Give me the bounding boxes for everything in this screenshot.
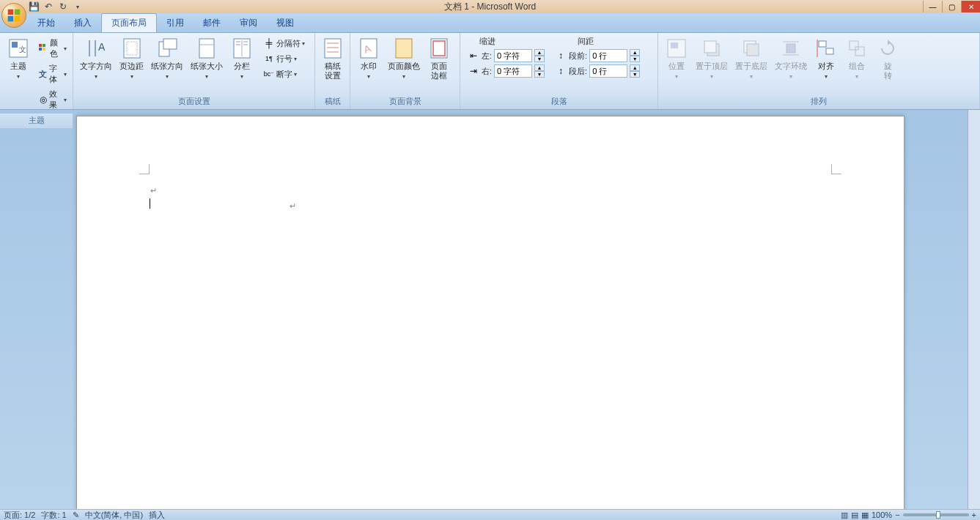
svg-text:A: A — [98, 41, 106, 53]
columns-button[interactable]: 分栏▾ — [226, 34, 257, 83]
bring-front-label: 置于顶层 — [696, 62, 728, 70]
page-borders-button[interactable]: 页面 边框 — [424, 34, 454, 83]
office-button[interactable] — [1, 3, 26, 28]
indent-header: 缩进 — [479, 36, 495, 47]
svg-rect-5 — [12, 42, 18, 48]
align-button[interactable]: 对齐▾ — [811, 34, 841, 83]
space-after-up[interactable]: ▲ — [630, 64, 640, 71]
hyphen-icon: bc⁻ — [263, 68, 275, 80]
close-button[interactable]: ✕ — [961, 1, 980, 12]
page-color-button[interactable]: 页面颜色▾ — [384, 34, 424, 83]
minimize-button[interactable]: — — [923, 1, 942, 12]
tab-page-layout[interactable]: 页面布局 — [101, 13, 157, 32]
tab-insert[interactable]: 插入 — [65, 14, 101, 32]
breaks-button[interactable]: ╪ 分隔符 ▾ — [260, 36, 308, 51]
bring-front-button[interactable]: 置于顶层▾ — [692, 34, 732, 83]
svg-rect-10 — [43, 48, 45, 51]
send-back-label: 置于底层 — [735, 62, 767, 70]
margins-button[interactable]: 页边距▾ — [116, 34, 147, 83]
svg-rect-36 — [671, 42, 678, 48]
theme-effects-button[interactable]: ◎ 效果 ▾ — [35, 87, 70, 112]
page-size-icon — [197, 37, 216, 59]
save-icon[interactable]: 💾 — [28, 1, 40, 12]
chevron-down-icon: ▾ — [710, 73, 713, 80]
view-print-layout-icon[interactable]: ▥ — [841, 510, 848, 520]
undo-icon[interactable]: ↶ — [43, 1, 54, 12]
text-direction-button[interactable]: A 文字方向▾ — [76, 34, 116, 83]
chevron-down-icon: ▾ — [367, 73, 370, 80]
colors-icon — [38, 42, 48, 54]
status-language[interactable]: 中文(简体, 中国) — [85, 510, 143, 521]
text-direction-icon: A — [85, 37, 107, 59]
group-page-background: A 水印▾ 页面颜色▾ 页面 边框 页面背景 — [350, 33, 460, 109]
indent-right-input[interactable] — [494, 64, 532, 78]
watermark-button[interactable]: A 水印▾ — [353, 34, 384, 83]
document-area[interactable]: ↵ ↵ — [0, 110, 980, 509]
text-wrap-button[interactable]: 文字环绕▾ — [771, 34, 811, 83]
tab-review[interactable]: 审阅 — [230, 14, 267, 32]
view-reading-icon[interactable]: ▤ — [851, 510, 858, 520]
svg-rect-17 — [163, 39, 177, 49]
status-words[interactable]: 字数: 1 — [41, 510, 66, 521]
group-arrange: 位置▾ 置于顶层▾ 置于底层▾ 文字环绕▾ 对齐▾ 组合▾ — [658, 33, 980, 109]
indent-right-icon: ⇥ — [468, 65, 479, 77]
indent-left-down[interactable]: ▼ — [534, 56, 545, 62]
indent-left-up[interactable]: ▲ — [534, 49, 545, 56]
themes-button[interactable]: 文 主题▾ — [3, 34, 34, 83]
chevron-down-icon: ▾ — [95, 73, 97, 80]
linenum-label: 行号 — [276, 53, 292, 64]
indent-left-input[interactable] — [494, 49, 532, 62]
columns-label: 分栏 — [234, 62, 250, 70]
maximize-button[interactable]: ▢ — [942, 1, 961, 12]
line-numbers-button[interactable]: 1¶ 行号 ▾ — [260, 51, 308, 66]
status-spellcheck-icon[interactable]: ✎ — [73, 510, 79, 520]
tab-view[interactable]: 视图 — [267, 14, 303, 32]
space-after-down[interactable]: ▼ — [630, 71, 640, 78]
margin-guide-tl — [139, 164, 150, 174]
tab-references[interactable]: 引用 — [157, 14, 194, 32]
ribbon-tabs: 开始 插入 页面布局 引用 邮件 审阅 视图 — [0, 13, 980, 33]
vertical-scrollbar[interactable] — [968, 110, 980, 509]
status-page[interactable]: 页面: 1/2 — [4, 510, 35, 521]
space-before-down[interactable]: ▼ — [630, 56, 640, 62]
space-before-up[interactable]: ▲ — [630, 49, 640, 56]
svg-rect-7 — [39, 44, 42, 47]
svg-rect-2 — [8, 16, 14, 22]
zoom-slider[interactable] — [903, 513, 969, 516]
rotate-button[interactable]: 旋 转 — [872, 34, 903, 83]
zoom-thumb[interactable] — [936, 511, 940, 519]
group-objects-button[interactable]: 组合▾ — [841, 34, 872, 83]
watermark-icon: A — [359, 37, 378, 59]
tab-mailings[interactable]: 邮件 — [194, 14, 230, 32]
page-size-button[interactable]: 纸张大小▾ — [187, 34, 226, 83]
breaks-icon: ╪ — [263, 37, 275, 49]
document-page[interactable]: ↵ ↵ — [76, 116, 905, 509]
status-mode[interactable]: 插入 — [149, 510, 165, 521]
space-before-icon: ↕ — [555, 50, 567, 62]
zoom-out-button[interactable]: − — [895, 510, 899, 519]
indent-right-down[interactable]: ▼ — [534, 71, 545, 78]
chevron-down-icon: ▾ — [205, 73, 208, 80]
view-web-icon[interactable]: ▦ — [861, 510, 869, 520]
indent-right-up[interactable]: ▲ — [534, 64, 545, 71]
text-cursor — [150, 198, 150, 209]
manuscript-button[interactable]: 稿纸 设置 — [317, 34, 348, 83]
space-after-input[interactable] — [589, 64, 627, 78]
columns-icon — [232, 37, 251, 59]
svg-rect-40 — [747, 44, 759, 56]
orientation-button[interactable]: 纸张方向▾ — [147, 34, 187, 83]
position-button[interactable]: 位置▾ — [661, 34, 692, 83]
qat-more-icon[interactable]: ▾ — [72, 1, 84, 12]
space-before-input[interactable] — [589, 49, 627, 62]
zoom-in-button[interactable]: + — [972, 510, 976, 519]
redo-icon[interactable]: ↻ — [57, 1, 69, 12]
theme-colors-button[interactable]: 颜色 ▾ — [35, 36, 70, 61]
tab-home[interactable]: 开始 — [28, 14, 65, 32]
send-back-button[interactable]: 置于底层▾ — [732, 34, 771, 83]
zoom-level[interactable]: 100% — [872, 510, 892, 519]
hyphenation-button[interactable]: bc⁻ 断字 ▾ — [260, 67, 308, 81]
group-label-manuscript: 稿纸 — [315, 94, 350, 109]
rotate-label: 旋 转 — [884, 62, 892, 81]
theme-fonts-button[interactable]: 文 字体 ▾ — [35, 62, 70, 86]
fonts-icon: 文 — [38, 68, 48, 80]
